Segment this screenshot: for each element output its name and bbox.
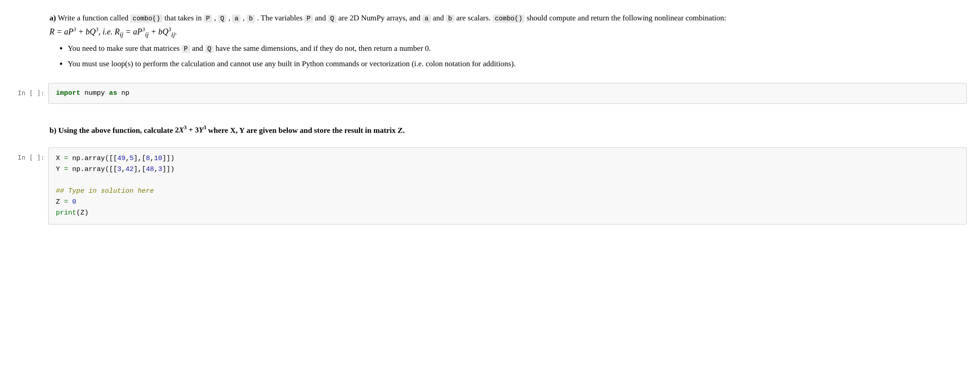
array-call-1: array: [84, 155, 105, 162]
part-a-text2: that takes in: [164, 14, 203, 22]
np-ref-2: np: [72, 166, 80, 173]
code-cell-2: In [ ]: X = np.array([[49,5],[8,10]]) Y …: [13, 147, 967, 225]
bullet-item-2: You must use loop(s) to perform the calc…: [68, 59, 931, 68]
bullet-item-1: You need to make sure that matrices P an…: [68, 44, 931, 53]
part-a-param-b: b: [247, 15, 255, 23]
code-np-alias: np: [121, 89, 129, 97]
part-b-math: 2X3 + 3Y3: [175, 126, 206, 134]
bullet1-Q: Q: [205, 45, 214, 53]
cell2-code-area[interactable]: X = np.array([[49,5],[8,10]]) Y = np.arr…: [48, 147, 967, 225]
part-a-text3: . The variables: [257, 14, 304, 22]
part-a-label: a): [49, 14, 56, 22]
part-a-a-ref: a: [422, 15, 431, 23]
bullet2-text: You must use loop(s) to perform the calc…: [68, 59, 515, 68]
part-a-b-ref: b: [446, 15, 455, 23]
code-import-keyword: import: [56, 89, 80, 97]
part-a-text6: should compute and return the following …: [527, 14, 727, 22]
equals-3: =: [64, 198, 68, 206]
np-ref-1: np: [72, 155, 80, 162]
code-numpy-word: numpy: [84, 89, 109, 97]
code-comment: ## Type in solution here: [56, 186, 959, 197]
part-a-param-Q: Q: [218, 15, 227, 23]
part-b-text1: Using the above function, calculate: [58, 126, 175, 134]
equals-2: =: [64, 166, 68, 173]
cell2-label: In [ ]:: [13, 147, 48, 225]
bullet1-and: and: [192, 44, 205, 53]
part-b-label: b): [49, 126, 56, 134]
part-b-cell: b) Using the above function, calculate 2…: [13, 107, 967, 144]
formula-display: R = aP3 + bQ3, i.e. Rij = aP3ij + bQ3ij.: [49, 26, 931, 39]
part-a-cell: a) Write a function called combo() that …: [13, 9, 967, 79]
array-call-2: array: [84, 166, 105, 173]
bullet1-P: P: [182, 45, 190, 53]
part-a-text5: are scalars.: [456, 14, 493, 22]
zero-val: 0: [72, 198, 76, 206]
part-a-and2: and: [433, 14, 446, 22]
notebook-container: a) Write a function called combo() that …: [13, 9, 967, 225]
print-keyword: print: [56, 209, 76, 217]
var-Z: Z: [56, 198, 60, 206]
part-a-P-ref: P: [304, 15, 313, 23]
code-line-4: print(Z): [56, 208, 959, 219]
comment-text: ## Type in solution here: [56, 187, 154, 195]
var-X: X: [56, 155, 60, 162]
cell1-code-area[interactable]: import numpy as np: [48, 83, 967, 104]
part-a-and1: and: [315, 14, 328, 22]
part-a-bullets: You need to make sure that matrices P an…: [68, 44, 931, 68]
part-a-text1: Write a function called: [58, 14, 130, 22]
part-a-param-a: a: [232, 15, 241, 23]
bullet1-text2: have the same dimensions, and if they do…: [216, 44, 431, 53]
cell1-label: In [ ]:: [13, 83, 48, 104]
part-a-intro: a) Write a function called combo() that …: [49, 14, 931, 23]
var-Y: Y: [56, 166, 60, 173]
part-a-text4: are 2D NumPy arrays, and: [338, 14, 422, 22]
code-line-2: Y = np.array([[3,42],[48,3]]): [56, 164, 959, 175]
part-a-Q-ref: Q: [328, 15, 337, 23]
code-cell-1: In [ ]: import numpy as np: [13, 83, 967, 104]
part-a-function-name: combo(): [130, 15, 163, 23]
equals-1: =: [64, 155, 68, 162]
part-a-function-name2: combo(): [493, 15, 525, 23]
code-line-3: Z = 0: [56, 197, 959, 208]
part-b-text2: where X, Y are given below and store the…: [208, 126, 405, 134]
part-a-param-P: P: [204, 15, 213, 23]
code-as-keyword: as: [109, 89, 117, 97]
bullet1-text1: You need to make sure that matrices: [68, 44, 182, 53]
part-b-heading: b) Using the above function, calculate 2…: [49, 125, 931, 135]
code-line-1: X = np.array([[49,5],[8,10]]): [56, 153, 959, 164]
